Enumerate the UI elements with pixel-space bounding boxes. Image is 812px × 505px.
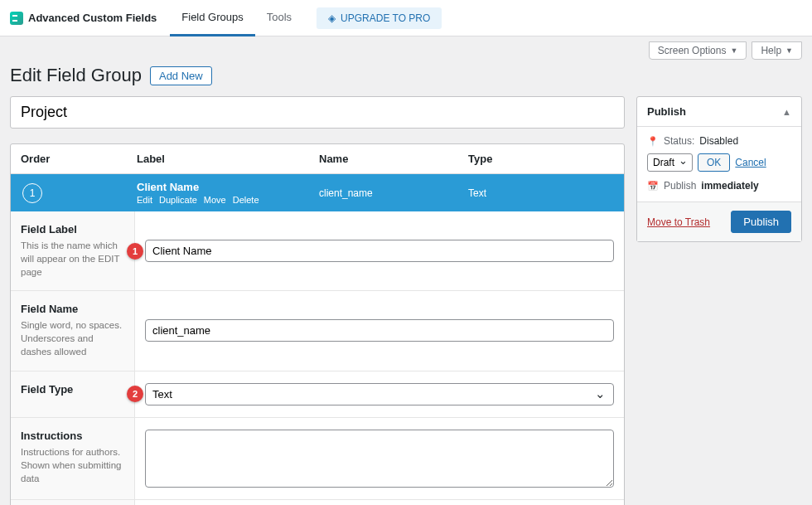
col-header-label: Label <box>137 153 319 165</box>
field-type-cell: Text <box>468 187 614 199</box>
col-header-order: Order <box>21 153 137 165</box>
nav-tabs: Field Groups Tools <box>170 0 303 36</box>
status-row: 📍 Status: Disabled <box>647 135 791 147</box>
cancel-link[interactable]: Cancel <box>735 157 766 168</box>
action-edit[interactable]: Edit <box>137 195 152 205</box>
collapse-icon[interactable]: ▲ <box>782 107 791 117</box>
field-settings: Field Label This is the name which will … <box>11 211 624 505</box>
publish-box: Publish ▲ 📍 Status: Disabled Draft OK <box>636 96 802 242</box>
status-select[interactable]: Draft <box>647 153 693 172</box>
order-badge: 1 <box>22 183 42 203</box>
field-label-cell: Client Name Edit Duplicate Move Delete <box>137 181 319 205</box>
content-wrap: Order Label Name Type 1 Client Name Edit… <box>0 96 812 505</box>
upgrade-label: UPGRADE TO PRO <box>341 12 430 24</box>
setting-required: Required? No <box>11 499 624 505</box>
tab-tools[interactable]: Tools <box>255 0 303 36</box>
setting-field-name: Field Name Single word, no spaces. Under… <box>11 290 624 370</box>
tab-field-groups[interactable]: Field Groups <box>170 0 254 36</box>
upgrade-button[interactable]: ◈ UPGRADE TO PRO <box>317 7 442 29</box>
screen-meta: Screen Options ▼ Help ▼ <box>0 36 812 60</box>
action-delete[interactable]: Delete <box>233 195 259 205</box>
field-name-cell: client_name <box>319 187 468 199</box>
diamond-icon: ◈ <box>328 12 336 24</box>
row-actions: Edit Duplicate Move Delete <box>137 195 319 205</box>
action-duplicate[interactable]: Duplicate <box>159 195 197 205</box>
col-header-name: Name <box>319 153 468 165</box>
field-label-text: Client Name <box>137 181 319 193</box>
caret-down-icon: ▼ <box>785 46 793 55</box>
field-name-input[interactable] <box>145 319 614 342</box>
calendar-icon: 📅 <box>647 181 659 192</box>
pin-icon: 📍 <box>647 136 659 147</box>
setting-instructions: Instructions Instructions for authors. S… <box>11 417 624 499</box>
group-title-input[interactable] <box>10 96 625 129</box>
page-title: Edit Field Group <box>10 65 142 86</box>
col-header-type: Type <box>468 153 614 165</box>
acf-logo-icon <box>10 12 23 25</box>
action-move[interactable]: Move <box>204 195 226 205</box>
annotation-2: 2 <box>127 386 143 402</box>
help-button[interactable]: Help ▼ <box>752 41 802 60</box>
annotation-1: 1 <box>127 243 143 260</box>
page-header: Edit Field Group Add New <box>0 60 812 96</box>
field-row[interactable]: 1 Client Name Edit Duplicate Move Delete… <box>11 174 624 211</box>
publish-button[interactable]: Publish <box>731 211 791 233</box>
top-nav: Advanced Custom Fields Field Groups Tool… <box>0 0 812 36</box>
setting-field-type: Field Type 2 Text <box>11 371 624 417</box>
instructions-textarea[interactable] <box>145 430 614 488</box>
field-label-input[interactable] <box>145 240 614 262</box>
publish-footer: Move to Trash Publish <box>637 202 801 241</box>
publish-body: 📍 Status: Disabled Draft OK Cancel 📅 Pub <box>637 127 801 202</box>
screen-options-button[interactable]: Screen Options ▼ <box>649 41 747 60</box>
side-column: Publish ▲ 📍 Status: Disabled Draft OK <box>636 96 802 254</box>
add-new-button[interactable]: Add New <box>150 66 212 85</box>
list-header: Order Label Name Type <box>11 144 624 174</box>
main-column: Order Label Name Type 1 Client Name Edit… <box>10 96 625 505</box>
setting-field-label: Field Label This is the name which will … <box>11 211 624 290</box>
publish-title: Publish <box>647 105 686 118</box>
caret-down-icon: ▼ <box>730 46 737 55</box>
brand-text: Advanced Custom Fields <box>28 12 157 24</box>
publish-header: Publish ▲ <box>637 97 801 127</box>
field-list: Order Label Name Type 1 Client Name Edit… <box>10 143 625 505</box>
ok-button[interactable]: OK <box>698 153 730 172</box>
publish-when-row: 📅 Publish immediately <box>647 180 791 192</box>
field-type-select[interactable]: Text <box>145 383 614 405</box>
draft-row: Draft OK Cancel <box>647 153 791 172</box>
field-order: 1 <box>21 183 137 203</box>
trash-link[interactable]: Move to Trash <box>647 216 710 228</box>
brand-logo: Advanced Custom Fields <box>10 12 157 25</box>
